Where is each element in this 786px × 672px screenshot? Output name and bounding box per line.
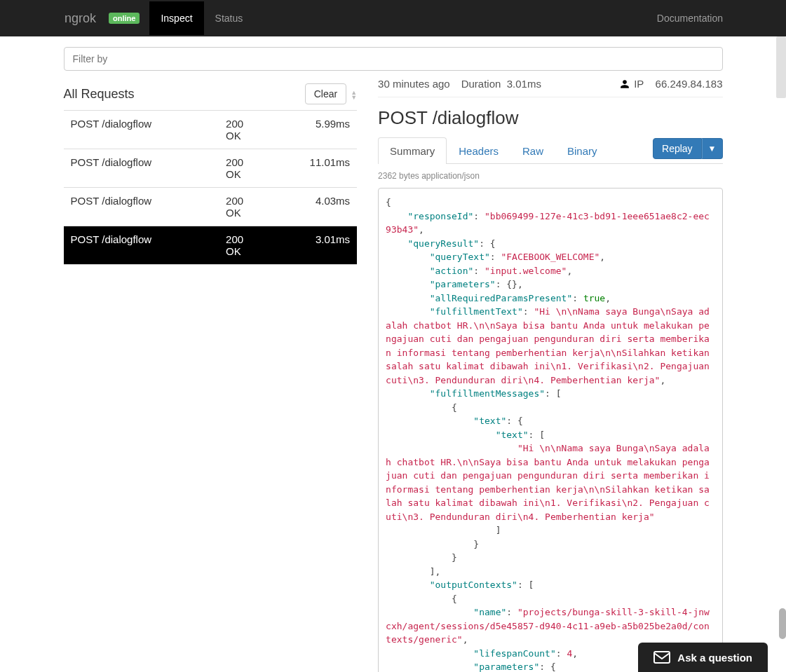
nav-tab-inspect[interactable]: Inspect bbox=[149, 1, 203, 35]
request-age: 30 minutes ago bbox=[378, 78, 450, 90]
duration-group: Duration 3.01ms bbox=[461, 78, 541, 90]
page-scrollbar-thumb-lower[interactable] bbox=[779, 608, 786, 639]
response-meta: 2362 bytes application/json bbox=[378, 164, 722, 188]
request-duration: 11.01ms bbox=[269, 149, 357, 188]
top-navbar: ngrok online Inspect Status Documentatio… bbox=[0, 0, 786, 36]
replay-button-group: Replay ▼ bbox=[653, 138, 722, 159]
page-scrollbar-thumb[interactable] bbox=[776, 36, 786, 98]
svg-rect-0 bbox=[654, 652, 670, 663]
nav-tab-status[interactable]: Status bbox=[204, 1, 255, 35]
request-method-path: POST /dialogflow bbox=[64, 111, 221, 149]
sort-arrows-icon[interactable]: ▲▼ bbox=[351, 88, 357, 100]
request-status: 200OK bbox=[220, 188, 269, 226]
clear-button[interactable]: Clear bbox=[305, 83, 346, 104]
tab-raw[interactable]: Raw bbox=[510, 137, 555, 164]
ask-label: Ask a question bbox=[677, 652, 752, 664]
json-body-pane[interactable]: { "responseId": "bb069499-127e-41c3-bd91… bbox=[378, 188, 722, 672]
request-row[interactable]: POST /dialogflow200OK3.01ms bbox=[64, 226, 358, 265]
filter-input[interactable] bbox=[64, 47, 723, 71]
request-duration: 3.01ms bbox=[269, 226, 357, 265]
duration-label: Duration bbox=[461, 78, 501, 90]
request-title: POST /dialogflow bbox=[378, 107, 722, 129]
requests-heading: All Requests bbox=[64, 87, 135, 102]
ask-a-question-widget[interactable]: Ask a question bbox=[638, 643, 768, 672]
requests-table: POST /dialogflow200OK5.99msPOST /dialogf… bbox=[64, 111, 358, 265]
ip-value: 66.249.84.183 bbox=[656, 78, 723, 90]
replay-button[interactable]: Replay bbox=[653, 138, 702, 159]
ip-label: IP bbox=[634, 78, 644, 90]
request-duration: 5.99ms bbox=[269, 111, 357, 149]
tab-headers[interactable]: Headers bbox=[447, 137, 510, 164]
status-badge-online: online bbox=[109, 13, 140, 24]
tab-summary[interactable]: Summary bbox=[378, 137, 447, 164]
request-status: 200OK bbox=[220, 149, 269, 188]
request-duration: 4.03ms bbox=[269, 188, 357, 226]
request-row[interactable]: POST /dialogflow200OK4.03ms bbox=[64, 188, 358, 226]
request-method-path: POST /dialogflow bbox=[64, 226, 221, 265]
duration-value: 3.01ms bbox=[507, 78, 541, 90]
tab-binary[interactable]: Binary bbox=[555, 137, 609, 164]
mail-icon bbox=[653, 651, 670, 664]
nav-link-documentation[interactable]: Documentation bbox=[646, 1, 734, 35]
user-icon bbox=[620, 79, 630, 89]
replay-dropdown-caret[interactable]: ▼ bbox=[702, 138, 723, 159]
request-row[interactable]: POST /dialogflow200OK11.01ms bbox=[64, 149, 358, 188]
request-method-path: POST /dialogflow bbox=[64, 188, 221, 226]
request-row[interactable]: POST /dialogflow200OK5.99ms bbox=[64, 111, 358, 149]
request-status: 200OK bbox=[220, 226, 269, 265]
request-method-path: POST /dialogflow bbox=[64, 149, 221, 188]
brand-logo[interactable]: ngrok bbox=[0, 11, 109, 26]
request-status: 200OK bbox=[220, 111, 269, 149]
